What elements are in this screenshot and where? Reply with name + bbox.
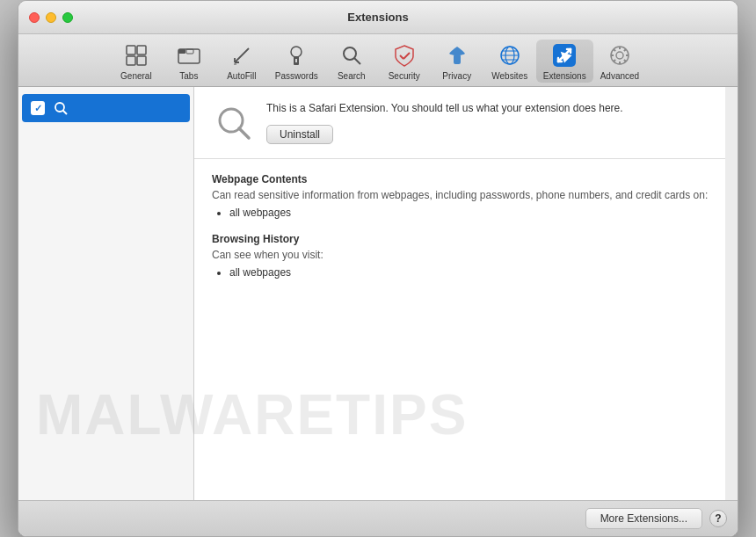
toolbar-item-extensions[interactable]: Extensions (536, 40, 593, 83)
permission-title-webpage: Webpage Contents (212, 173, 708, 185)
extension-checkbox[interactable]: ✓ (31, 101, 45, 115)
svg-line-17 (403, 53, 410, 59)
toolbar-label-privacy: Privacy (442, 71, 471, 81)
passwords-icon (282, 41, 310, 69)
toolbar-label-search: Search (338, 71, 366, 81)
toolbar-label-security: Security (389, 71, 420, 81)
permission-title-history: Browsing History (212, 233, 708, 245)
titlebar: Extensions (18, 1, 738, 34)
toolbar-item-search[interactable]: Search (325, 40, 378, 83)
footer: More Extensions... ? (18, 500, 738, 536)
more-extensions-button[interactable]: More Extensions... (585, 508, 702, 529)
toolbar-item-privacy[interactable]: Privacy (431, 40, 483, 83)
toolbar-label-advanced: Advanced (600, 71, 639, 81)
svg-rect-0 (127, 46, 135, 54)
extensions-sidebar: ✓ (18, 87, 194, 500)
permission-list-item: all webpages (229, 207, 708, 219)
svg-rect-18 (454, 54, 461, 64)
toolbar-item-advanced[interactable]: Advanced (593, 40, 646, 83)
permission-desc-history: Can see when you visit: (212, 249, 708, 261)
traffic-lights (29, 12, 73, 23)
svg-rect-1 (137, 46, 146, 54)
permission-webpage-contents: Webpage Contents Can read sensitive info… (212, 173, 708, 219)
permission-list-webpage: all webpages (212, 207, 708, 219)
permission-list-history: all webpages (212, 266, 708, 279)
svg-rect-2 (127, 56, 135, 65)
svg-line-16 (400, 55, 403, 59)
help-button[interactable]: ? (709, 510, 727, 527)
toolbar-item-tabs[interactable]: Tabs (163, 40, 215, 83)
search-icon (338, 41, 366, 69)
sidebar-item-search-extension[interactable]: ✓ (22, 94, 190, 122)
tabs-icon (175, 41, 203, 69)
autofill-icon (228, 41, 256, 69)
extension-detail: This is a Safari Extension. You should t… (194, 87, 725, 500)
toolbar-label-passwords: Passwords (275, 71, 318, 81)
svg-point-32 (616, 52, 623, 59)
advanced-icon (606, 41, 634, 69)
svg-line-40 (614, 60, 615, 62)
permissions-section: Webpage Contents Can read sensitive info… (194, 159, 725, 500)
toolbar-label-websites: Websites (491, 71, 527, 81)
svg-line-15 (354, 58, 360, 64)
content-wrapper: MALWARETIPS ✓ (18, 87, 738, 500)
svg-line-38 (624, 60, 626, 62)
svg-rect-3 (137, 56, 146, 65)
toolbar-item-general[interactable]: General (110, 40, 163, 83)
svg-point-11 (291, 47, 302, 57)
toolbar-item-autofill[interactable]: AutoFill (215, 40, 268, 83)
permission-browsing-history: Browsing History Can see when you visit:… (212, 233, 708, 279)
window-title: Extensions (347, 11, 408, 24)
toolbar-item-passwords[interactable]: Passwords (268, 40, 325, 83)
extension-header: This is a Safari Extension. You should t… (194, 87, 725, 159)
toolbar: General Tabs Au (18, 34, 738, 87)
toolbar-label-autofill: AutoFill (227, 71, 256, 81)
minimize-button[interactable] (46, 12, 56, 23)
permission-list-item: all webpages (229, 266, 708, 279)
svg-line-42 (63, 111, 68, 115)
svg-point-14 (344, 47, 356, 60)
content-area: ✓ (18, 87, 725, 500)
extension-info: This is a Safari Extension. You should t… (266, 101, 708, 144)
maximize-button[interactable] (62, 12, 73, 23)
websites-icon (496, 41, 524, 69)
general-icon (122, 41, 150, 69)
toolbar-label-general: General (120, 71, 152, 81)
security-icon (390, 41, 418, 69)
toolbar-label-tabs: Tabs (179, 71, 198, 81)
svg-rect-5 (178, 49, 185, 54)
svg-line-7 (235, 48, 249, 62)
close-button[interactable] (29, 12, 40, 23)
toolbar-item-security[interactable]: Security (378, 40, 431, 83)
extension-sidebar-icon (52, 99, 69, 117)
extensions-icon (550, 41, 578, 69)
permission-desc-webpage: Can read sensitive information from webp… (212, 189, 708, 201)
checkbox-check-icon: ✓ (34, 103, 42, 114)
svg-line-44 (239, 128, 249, 138)
extension-description: This is a Safari Extension. You should t… (266, 101, 708, 116)
toolbar-item-websites[interactable]: Websites (483, 40, 536, 83)
svg-line-37 (614, 49, 615, 51)
svg-line-39 (624, 49, 626, 51)
extension-main-icon (212, 101, 254, 143)
toolbar-label-extensions: Extensions (543, 71, 586, 81)
main-window: Extensions General (18, 0, 738, 537)
privacy-icon (443, 41, 471, 69)
uninstall-button[interactable]: Uninstall (266, 125, 333, 144)
